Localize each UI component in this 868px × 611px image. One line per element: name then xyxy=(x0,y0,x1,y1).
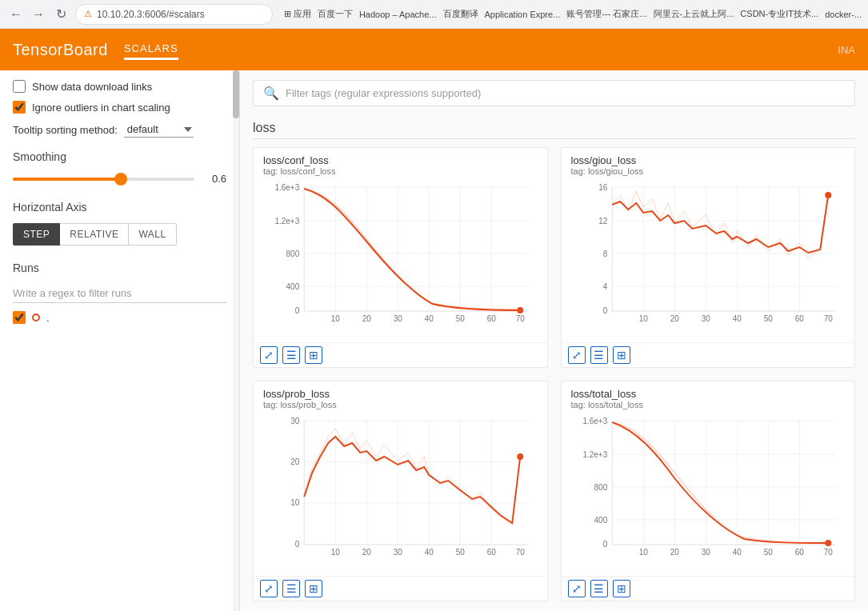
filter-bar: 🔍 xyxy=(253,80,855,106)
chart-expand-btn-conf-loss[interactable]: ⤢ xyxy=(260,346,278,364)
tooltip-sort-select[interactable]: default ascending descending nearest xyxy=(124,122,194,138)
bookmark-fanyi[interactable]: 百度翻译 xyxy=(443,8,478,20)
show-download-checkbox[interactable] xyxy=(13,80,26,93)
axis-btn-step[interactable]: STEP xyxy=(13,223,60,246)
svg-text:20: 20 xyxy=(670,314,679,323)
svg-text:4: 4 xyxy=(602,282,607,291)
svg-text:20: 20 xyxy=(290,457,300,466)
svg-text:10: 10 xyxy=(331,548,341,557)
chart-fit-btn-giou-loss[interactable]: ⊞ xyxy=(613,346,630,364)
bookmark-docker[interactable]: docker-... xyxy=(825,8,862,20)
svg-text:50: 50 xyxy=(763,548,773,557)
chart-toolbar-giou-loss: ⤢ ☰ ⊞ xyxy=(562,342,855,367)
svg-text:1.6e+3: 1.6e+3 xyxy=(582,417,607,425)
svg-text:70: 70 xyxy=(823,314,833,323)
chart-data-btn-conf-loss[interactable]: ☰ xyxy=(282,346,300,364)
svg-text:1.2e+3: 1.2e+3 xyxy=(274,217,299,226)
svg-text:60: 60 xyxy=(487,314,497,323)
chart-title-giou-loss: loss/giou_loss xyxy=(571,154,846,166)
chart-expand-btn-prob-loss[interactable]: ⤢ xyxy=(260,580,278,597)
svg-text:30: 30 xyxy=(701,314,710,323)
svg-text:50: 50 xyxy=(456,314,466,323)
chart-svg-prob-loss: 30 20 10 0 10 20 30 40 50 60 70 xyxy=(257,413,544,573)
svg-text:10: 10 xyxy=(331,314,341,323)
smoothing-slider[interactable] xyxy=(13,178,194,181)
sidebar-scrollbar-thumb[interactable] xyxy=(233,70,239,118)
chart-card-total-loss: loss/total_loss tag: loss/total_loss xyxy=(561,381,856,601)
filter-input[interactable] xyxy=(286,87,845,99)
svg-text:0: 0 xyxy=(602,540,607,549)
bookmark-hadoop[interactable]: Hadoop – Apache... xyxy=(359,8,437,20)
chart-toolbar-total-loss: ⤢ ☰ ⊞ xyxy=(562,576,855,601)
h-axis-title: Horizontal Axis xyxy=(13,201,226,214)
ignore-outliers-checkbox[interactable] xyxy=(13,101,26,114)
svg-text:1.6e+3: 1.6e+3 xyxy=(274,183,299,192)
chart-data-btn-total-loss[interactable]: ☰ xyxy=(590,580,608,597)
chart-expand-btn-giou-loss[interactable]: ⤢ xyxy=(568,346,586,364)
chart-svg-giou-loss: 16 12 8 4 0 10 20 30 40 50 60 70 xyxy=(565,179,852,339)
back-button[interactable]: ← xyxy=(6,5,26,24)
chart-header-prob-loss: loss/prob_loss tag: loss/prob_loss xyxy=(254,381,547,413)
svg-text:400: 400 xyxy=(286,282,300,291)
svg-text:800: 800 xyxy=(286,250,300,258)
svg-text:10: 10 xyxy=(290,498,300,507)
chart-header-conf-loss: loss/conf_loss tag: loss/conf_loss xyxy=(254,148,547,179)
tooltip-sort-label: Tooltip sorting method: xyxy=(13,124,118,136)
axis-btn-wall[interactable]: WALL xyxy=(129,223,176,246)
chart-fit-btn-total-loss[interactable]: ⊞ xyxy=(613,580,630,597)
svg-text:40: 40 xyxy=(732,314,742,323)
bookmarks-bar: ⊞ 应用 百度一下 Hadoop – Apache... 百度翻译 Applic… xyxy=(284,8,862,20)
svg-text:16: 16 xyxy=(598,183,608,192)
chart-body-conf-loss: 1.6e+3 1.2e+3 800 400 0 10 20 30 40 50 6… xyxy=(254,179,547,342)
axis-btn-row: STEP RELATIVE WALL xyxy=(13,223,226,246)
chart-body-giou-loss: 16 12 8 4 0 10 20 30 40 50 60 70 xyxy=(562,179,855,342)
svg-text:60: 60 xyxy=(794,314,804,323)
runs-filter-input[interactable] xyxy=(13,284,226,303)
bookmark-csdn[interactable]: CSDN-专业IT技术... xyxy=(740,8,818,20)
chart-tag-conf-loss: tag: loss/conf_loss xyxy=(263,166,538,176)
forward-button[interactable]: → xyxy=(29,5,48,24)
svg-text:1.2e+3: 1.2e+3 xyxy=(582,450,607,459)
bookmark-apps[interactable]: ⊞ 应用 xyxy=(284,8,311,20)
svg-text:70: 70 xyxy=(516,314,526,323)
browser-bar: ← → ↻ ⚠ 10.10.20.3:6006/#scalars ⊞ 应用 百度… xyxy=(0,0,868,29)
chart-toolbar-conf-loss: ⤢ ☰ ⊞ xyxy=(254,342,547,367)
chart-tag-prob-loss: tag: loss/prob_loss xyxy=(263,400,538,409)
svg-text:400: 400 xyxy=(594,516,607,525)
show-download-row: Show data download links xyxy=(13,80,226,93)
chart-svg-conf-loss: 1.6e+3 1.2e+3 800 400 0 10 20 30 40 50 6… xyxy=(257,179,544,339)
sidebar-scrollbar[interactable] xyxy=(233,70,239,611)
chart-header-giou-loss: loss/giou_loss tag: loss/giou_loss xyxy=(562,148,855,179)
svg-text:20: 20 xyxy=(362,314,372,323)
chart-data-btn-prob-loss[interactable]: ☰ xyxy=(282,580,300,597)
run-dot-icon xyxy=(32,313,40,321)
svg-text:10: 10 xyxy=(638,314,648,323)
svg-text:30: 30 xyxy=(701,548,710,557)
bookmark-appexpr[interactable]: Application Expre... xyxy=(485,8,561,20)
svg-text:50: 50 xyxy=(763,314,773,323)
chart-expand-btn-total-loss[interactable]: ⤢ xyxy=(568,580,586,597)
bookmark-aliyun[interactable]: 阿里云-上云就上阿... xyxy=(654,8,734,20)
svg-text:8: 8 xyxy=(602,250,607,258)
svg-text:800: 800 xyxy=(594,483,607,492)
tensorboard-logo: TensorBoard xyxy=(13,41,108,59)
svg-text:50: 50 xyxy=(456,548,466,557)
chart-data-btn-giou-loss[interactable]: ☰ xyxy=(590,346,608,364)
chart-fit-btn-conf-loss[interactable]: ⊞ xyxy=(305,346,322,364)
run-checkbox[interactable] xyxy=(13,311,26,324)
chart-fit-btn-prob-loss[interactable]: ⊞ xyxy=(305,580,322,597)
svg-text:0: 0 xyxy=(602,306,607,315)
smoothing-value: 0.6 xyxy=(202,173,226,185)
bookmark-account[interactable]: 账号管理--- 石家庄... xyxy=(566,8,646,20)
axis-btn-relative[interactable]: RELATIVE xyxy=(60,223,129,246)
refresh-button[interactable]: ↻ xyxy=(51,5,70,24)
nav-scalars[interactable]: SCALARS xyxy=(124,39,178,60)
sidebar: Show data download links Ignore outliers… xyxy=(0,70,240,611)
runs-title: Runs xyxy=(13,262,226,274)
bookmark-baidu[interactable]: 百度一下 xyxy=(318,8,353,20)
smoothing-section: Smoothing 0.6 xyxy=(13,150,226,185)
show-download-label: Show data download links xyxy=(32,81,152,93)
svg-text:20: 20 xyxy=(362,548,372,557)
svg-text:60: 60 xyxy=(794,548,804,557)
address-bar[interactable]: ⚠ 10.10.20.3:6006/#scalars xyxy=(75,4,273,25)
